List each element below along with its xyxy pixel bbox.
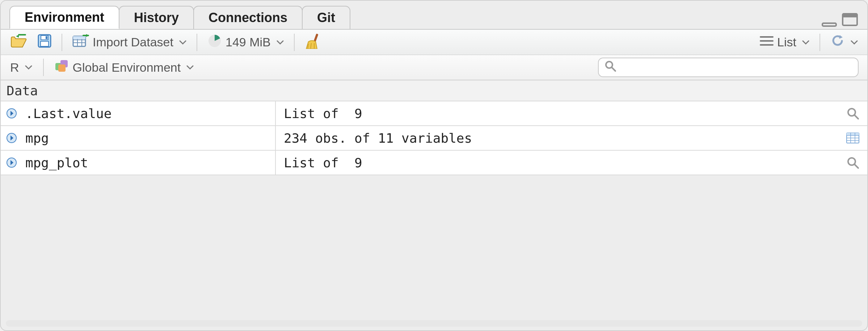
svg-rect-6 bbox=[41, 41, 49, 46]
object-description: 234 obs. of 11 variables bbox=[284, 131, 472, 146]
object-name: mpg bbox=[25, 131, 49, 146]
object-description: List of 9 bbox=[284, 106, 362, 121]
tab-connections[interactable]: Connections bbox=[193, 6, 303, 29]
toolbar-separator bbox=[819, 34, 820, 51]
environment-row[interactable]: mpg 234 obs. of 11 variables bbox=[1, 126, 867, 151]
environment-scope-icon bbox=[55, 59, 69, 75]
broom-icon bbox=[305, 33, 321, 52]
minimize-pane-button[interactable] bbox=[821, 17, 838, 27]
chevron-down-icon bbox=[802, 40, 809, 45]
search-icon bbox=[604, 60, 616, 75]
tab-environment[interactable]: Environment bbox=[9, 6, 119, 29]
svg-line-25 bbox=[612, 67, 615, 71]
toolbar-separator bbox=[294, 34, 295, 51]
tab-label: Environment bbox=[25, 10, 104, 25]
environment-pane: Environment History Connections Git bbox=[0, 0, 868, 331]
view-dataframe-button[interactable] bbox=[846, 133, 859, 143]
chevron-down-icon bbox=[851, 40, 858, 45]
toolbar-separator bbox=[197, 34, 197, 51]
environment-scope-toolbar: R Global Environment bbox=[1, 55, 867, 80]
import-dataset-label: Import Dataset bbox=[93, 35, 173, 49]
svg-rect-31 bbox=[847, 133, 859, 135]
horizontal-scrollbar[interactable] bbox=[6, 320, 862, 327]
memory-usage-label: 149 MiB bbox=[226, 35, 271, 49]
save-workspace-button[interactable] bbox=[35, 33, 54, 52]
refresh-button[interactable] bbox=[827, 32, 861, 53]
list-icon bbox=[760, 35, 774, 49]
pie-chart-icon bbox=[207, 34, 222, 51]
environment-scope-label: Global Environment bbox=[73, 60, 181, 75]
tab-label: History bbox=[134, 10, 179, 25]
tab-history[interactable]: History bbox=[119, 6, 194, 29]
tab-label: Git bbox=[317, 10, 335, 25]
pane-window-controls bbox=[821, 12, 859, 27]
clear-workspace-button[interactable] bbox=[302, 32, 324, 53]
section-header-label: Data bbox=[7, 83, 38, 98]
environment-toolbar: Import Dataset 149 MiB bbox=[1, 29, 867, 55]
inspect-object-button[interactable] bbox=[847, 107, 859, 120]
toolbar-separator bbox=[43, 59, 44, 76]
chevron-down-icon bbox=[179, 40, 186, 45]
view-mode-button[interactable]: List bbox=[757, 34, 812, 51]
environment-row[interactable]: .Last.value List of 9 bbox=[1, 101, 867, 126]
svg-rect-12 bbox=[73, 36, 85, 39]
view-mode-label: List bbox=[777, 35, 796, 49]
object-description: List of 9 bbox=[284, 155, 362, 170]
svg-line-39 bbox=[855, 164, 858, 168]
language-selector[interactable]: R bbox=[7, 59, 35, 76]
inspect-object-button[interactable] bbox=[847, 156, 859, 169]
environment-scope-selector[interactable]: Global Environment bbox=[52, 58, 197, 77]
tab-strip: Environment History Connections Git bbox=[1, 1, 867, 29]
environment-row[interactable]: mpg_plot List of 9 bbox=[1, 151, 867, 175]
object-name: .Last.value bbox=[25, 106, 111, 121]
load-workspace-button[interactable] bbox=[7, 33, 30, 52]
expand-toggle-icon[interactable] bbox=[6, 133, 17, 143]
svg-line-28 bbox=[855, 115, 858, 119]
search-input[interactable] bbox=[620, 61, 852, 74]
import-dataset-icon bbox=[72, 34, 89, 51]
svg-rect-0 bbox=[822, 23, 836, 26]
folder-open-icon bbox=[10, 34, 27, 51]
expand-toggle-icon[interactable] bbox=[6, 157, 17, 168]
refresh-icon bbox=[830, 34, 845, 51]
section-header-data: Data bbox=[1, 80, 867, 101]
maximize-pane-button[interactable] bbox=[841, 12, 859, 27]
svg-rect-14 bbox=[313, 33, 318, 42]
chevron-down-icon bbox=[277, 40, 284, 45]
chevron-down-icon bbox=[186, 65, 194, 70]
save-icon bbox=[38, 34, 51, 51]
expand-toggle-icon[interactable] bbox=[6, 108, 17, 119]
chevron-down-icon bbox=[25, 65, 32, 70]
svg-rect-5 bbox=[46, 36, 47, 39]
svg-rect-2 bbox=[843, 14, 857, 17]
toolbar-separator bbox=[62, 34, 62, 51]
import-dataset-button[interactable]: Import Dataset bbox=[69, 33, 189, 52]
svg-rect-23 bbox=[58, 64, 66, 72]
environment-object-list: .Last.value List of 9 bbox=[1, 101, 867, 175]
environment-search-box[interactable] bbox=[598, 58, 859, 77]
tab-label: Connections bbox=[208, 10, 287, 25]
object-name: mpg_plot bbox=[25, 155, 88, 170]
tab-git[interactable]: Git bbox=[302, 6, 350, 29]
memory-usage-button[interactable]: 149 MiB bbox=[205, 32, 287, 53]
language-label: R bbox=[10, 60, 19, 75]
